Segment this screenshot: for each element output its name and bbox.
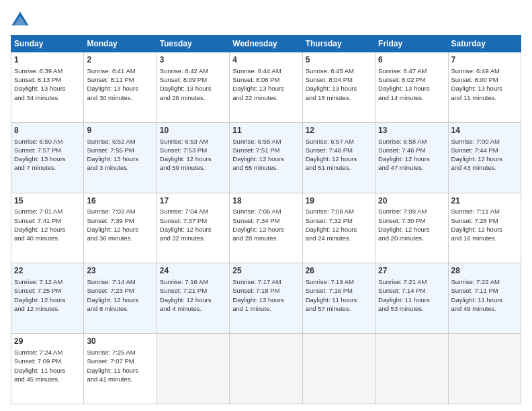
day-detail: Sunset: 7:57 PM — [14, 146, 81, 154]
day-detail: and 11 minutes. — [451, 93, 518, 102]
day-detail: Sunset: 7:28 PM — [451, 216, 518, 225]
day-detail: Sunrise: 7:09 AM — [378, 207, 445, 216]
day-number: 30 — [87, 336, 153, 347]
calendar-cell: 9Sunrise: 6:52 AMSunset: 7:55 PMDaylight… — [84, 122, 157, 193]
day-detail: Sunset: 7:39 PM — [87, 216, 153, 225]
calendar-week-row: 1Sunrise: 6:39 AMSunset: 8:13 PMDaylight… — [11, 52, 521, 123]
calendar-cell: 23Sunrise: 7:14 AMSunset: 7:23 PMDayligh… — [84, 263, 157, 334]
day-number: 28 — [451, 265, 518, 277]
day-header-wednesday: Wednesday — [230, 36, 302, 52]
calendar-cell: 22Sunrise: 7:12 AMSunset: 7:25 PMDayligh… — [11, 263, 84, 334]
calendar-cell: 25Sunrise: 7:17 AMSunset: 7:18 PMDayligh… — [230, 263, 302, 334]
calendar-cell: 5Sunrise: 6:45 AMSunset: 8:04 PMDaylight… — [302, 52, 375, 123]
day-number: 1 — [14, 54, 81, 66]
day-header-saturday: Saturday — [448, 36, 521, 52]
day-detail: and 36 minutes. — [87, 234, 153, 242]
day-detail: Sunrise: 6:42 AM — [160, 66, 226, 75]
day-detail: Sunset: 7:21 PM — [160, 286, 226, 295]
day-detail: Sunrise: 7:01 AM — [14, 207, 81, 216]
day-detail: and 47 minutes. — [378, 163, 445, 172]
day-detail: Sunrise: 6:58 AM — [378, 137, 445, 146]
day-detail: and 55 minutes. — [232, 163, 299, 172]
day-number: 22 — [14, 265, 81, 277]
day-detail: and 59 minutes. — [160, 163, 226, 172]
day-detail: and 1 minute. — [232, 304, 299, 313]
day-number: 6 — [378, 54, 445, 66]
day-detail: Sunrise: 7:24 AM — [14, 348, 81, 357]
day-detail: Daylight: 12 hours — [451, 154, 518, 163]
day-detail: and 57 minutes. — [306, 304, 372, 313]
calendar-cell — [157, 334, 229, 404]
day-detail: and 34 minutes. — [14, 93, 81, 102]
day-detail: Sunset: 7:34 PM — [232, 216, 299, 225]
day-number: 17 — [160, 195, 226, 207]
day-number: 21 — [451, 195, 518, 207]
calendar-cell: 11Sunrise: 6:55 AMSunset: 7:51 PMDayligh… — [230, 122, 302, 193]
day-detail: Sunset: 7:30 PM — [378, 216, 445, 225]
day-detail: Sunset: 8:13 PM — [14, 75, 81, 84]
logo-icon — [11, 11, 30, 30]
day-detail: Sunset: 8:11 PM — [87, 75, 153, 84]
day-number: 9 — [87, 125, 153, 136]
day-detail: Daylight: 11 hours — [451, 295, 518, 304]
day-detail: Sunset: 7:46 PM — [378, 146, 445, 154]
calendar-week-row: 8Sunrise: 6:50 AMSunset: 7:57 PMDaylight… — [11, 122, 521, 193]
day-number: 3 — [160, 54, 226, 66]
day-detail: Daylight: 13 hours — [306, 84, 372, 93]
calendar-cell: 21Sunrise: 7:11 AMSunset: 7:28 PMDayligh… — [448, 193, 521, 263]
calendar-cell: 13Sunrise: 6:58 AMSunset: 7:46 PMDayligh… — [375, 122, 448, 193]
day-number: 23 — [87, 265, 153, 277]
day-number: 27 — [378, 265, 445, 277]
day-number: 15 — [14, 195, 81, 207]
day-detail: Sunrise: 7:12 AM — [14, 277, 81, 286]
day-detail: Sunrise: 7:00 AM — [451, 137, 518, 146]
day-detail: Daylight: 12 hours — [378, 225, 445, 234]
day-detail: Sunset: 7:09 PM — [14, 357, 81, 365]
calendar-cell — [230, 334, 302, 404]
day-detail: Sunrise: 6:50 AM — [14, 137, 81, 146]
calendar-cell: 15Sunrise: 7:01 AMSunset: 7:41 PMDayligh… — [11, 193, 84, 263]
day-number: 4 — [232, 54, 299, 66]
calendar-header-row: SundayMondayTuesdayWednesdayThursdayFrid… — [11, 36, 521, 52]
day-number: 19 — [306, 195, 372, 207]
day-detail: Sunrise: 7:22 AM — [451, 277, 518, 286]
day-number: 8 — [14, 125, 81, 136]
day-detail: Sunrise: 7:16 AM — [160, 277, 226, 286]
day-detail: Daylight: 11 hours — [306, 295, 372, 304]
day-detail: Sunset: 7:25 PM — [14, 286, 81, 295]
calendar-cell: 7Sunrise: 6:49 AMSunset: 8:00 PMDaylight… — [448, 52, 521, 123]
day-detail: Daylight: 12 hours — [160, 225, 226, 234]
day-detail: and 18 minutes. — [306, 93, 372, 102]
day-detail: and 41 minutes. — [87, 375, 153, 383]
calendar-cell: 20Sunrise: 7:09 AMSunset: 7:30 PMDayligh… — [375, 193, 448, 263]
day-detail: Sunset: 8:00 PM — [451, 75, 518, 84]
day-detail: Daylight: 13 hours — [14, 154, 81, 163]
day-detail: and 49 minutes. — [451, 304, 518, 313]
day-detail: Sunset: 7:14 PM — [378, 286, 445, 295]
day-header-monday: Monday — [84, 36, 157, 52]
day-detail: Sunrise: 6:53 AM — [160, 137, 226, 146]
day-detail: and 4 minutes. — [160, 304, 226, 313]
day-detail: Sunset: 7:11 PM — [451, 286, 518, 295]
day-detail: Daylight: 12 hours — [160, 295, 226, 304]
calendar-cell: 17Sunrise: 7:04 AMSunset: 7:37 PMDayligh… — [157, 193, 229, 263]
day-detail: Daylight: 12 hours — [451, 225, 518, 234]
day-detail: Daylight: 13 hours — [87, 154, 153, 163]
day-detail: and 53 minutes. — [378, 304, 445, 313]
day-header-thursday: Thursday — [302, 36, 375, 52]
day-detail: Daylight: 12 hours — [232, 295, 299, 304]
day-detail: Sunrise: 6:44 AM — [232, 66, 299, 75]
day-detail: Sunrise: 6:41 AM — [87, 66, 153, 75]
day-detail: Daylight: 12 hours — [306, 154, 372, 163]
page-header — [11, 11, 521, 30]
day-detail: and 26 minutes. — [160, 93, 226, 102]
day-detail: Daylight: 12 hours — [232, 225, 299, 234]
day-detail: Sunrise: 6:55 AM — [232, 137, 299, 146]
day-header-friday: Friday — [375, 36, 448, 52]
calendar: SundayMondayTuesdayWednesdayThursdayFrid… — [11, 35, 521, 404]
day-detail: and 30 minutes. — [87, 93, 153, 102]
day-detail: Sunset: 7:07 PM — [87, 357, 153, 365]
day-detail: Sunset: 8:02 PM — [378, 75, 445, 84]
calendar-cell: 10Sunrise: 6:53 AMSunset: 7:53 PMDayligh… — [157, 122, 229, 193]
day-number: 11 — [232, 125, 299, 136]
